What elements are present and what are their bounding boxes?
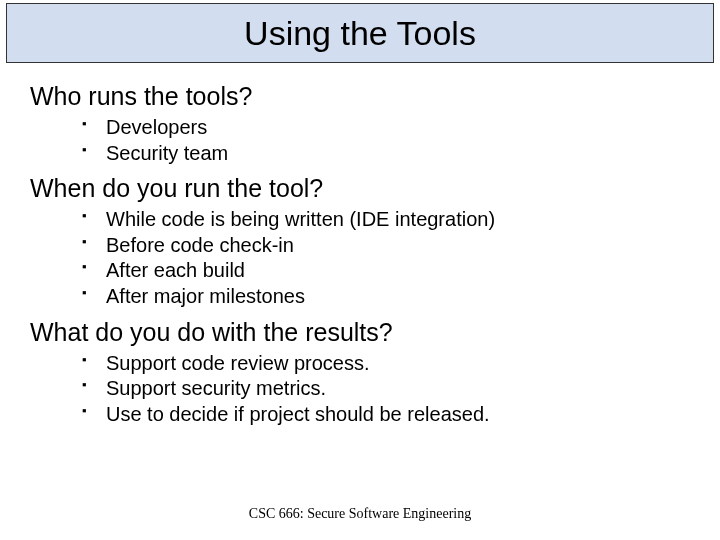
section-heading: When do you run the tool? [30,174,700,203]
section-heading: What do you do with the results? [30,318,700,347]
list-item: After major milestones [30,284,700,310]
list-item: While code is being written (IDE integra… [30,207,700,233]
section-heading: Who runs the tools? [30,82,700,111]
slide-footer: CSC 666: Secure Software Engineering [0,506,720,522]
list-item: Support security metrics. [30,376,700,402]
bullet-list: While code is being written (IDE integra… [30,207,700,309]
list-item: After each build [30,258,700,284]
slide: Using the Tools Who runs the tools? Deve… [0,0,720,540]
list-item: Use to decide if project should be relea… [30,402,700,428]
slide-body: Who runs the tools? Developers Security … [30,80,700,435]
slide-title: Using the Tools [244,14,476,53]
bullet-list: Support code review process. Support sec… [30,351,700,428]
list-item: Support code review process. [30,351,700,377]
bullet-list: Developers Security team [30,115,700,166]
list-item: Security team [30,141,700,167]
title-bar: Using the Tools [6,3,714,63]
list-item: Developers [30,115,700,141]
list-item: Before code check-in [30,233,700,259]
